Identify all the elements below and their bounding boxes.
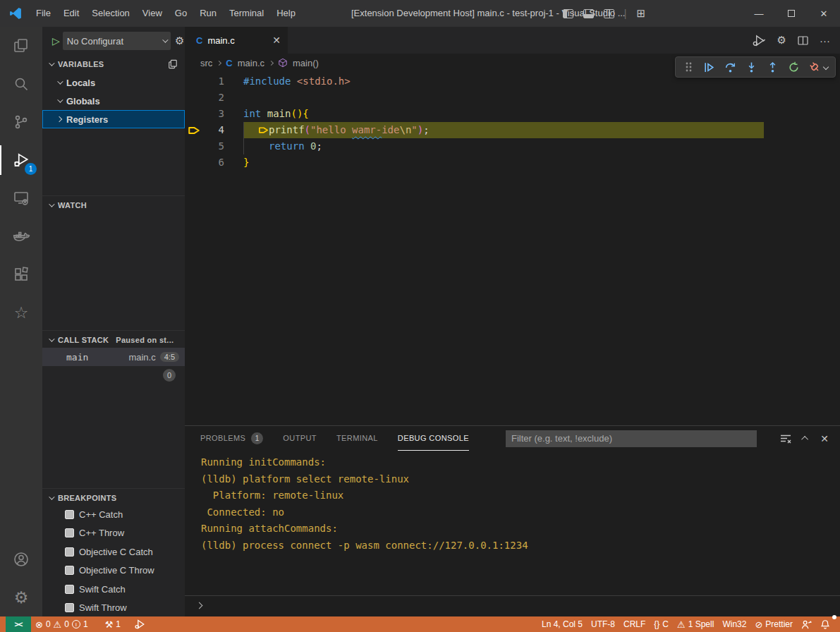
tools-status[interactable]: ⚒ 1 bbox=[101, 616, 125, 632]
close-panel-icon[interactable]: ✕ bbox=[820, 433, 829, 444]
panel-tab-output[interactable]: OUTPUT bbox=[283, 427, 317, 451]
variables-group-globals[interactable]: Globals bbox=[42, 92, 185, 110]
toolbar-drag-handle[interactable] bbox=[678, 58, 698, 76]
debug-status[interactable] bbox=[130, 616, 150, 632]
sidebar-item-run-and-debug[interactable]: 1 bbox=[0, 141, 42, 179]
continue-button[interactable] bbox=[700, 58, 719, 76]
breakpoint-margin[interactable] bbox=[185, 138, 207, 154]
breakpoint-objective-c-throw[interactable]: Objective C Throw bbox=[42, 561, 185, 581]
breadcrumb-symbol[interactable]: main() bbox=[293, 58, 319, 68]
formatter-status[interactable]: ⊘ Prettier bbox=[750, 616, 797, 632]
menu-run[interactable]: Run bbox=[193, 0, 223, 27]
sidebar-item-docker[interactable] bbox=[0, 217, 42, 255]
toggle-secondary-sidebar-icon[interactable] bbox=[604, 9, 614, 18]
breadcrumb-folder[interactable]: src bbox=[200, 58, 212, 68]
code-line-6[interactable]: 6} bbox=[185, 154, 840, 171]
sidebar-item-extensions[interactable] bbox=[0, 255, 42, 293]
clear-console-icon[interactable] bbox=[780, 434, 791, 444]
checkbox[interactable] bbox=[65, 547, 74, 557]
feedback-button[interactable] bbox=[797, 616, 816, 632]
sidebar-item-search[interactable] bbox=[0, 65, 42, 103]
eol-indicator[interactable]: CRLF bbox=[619, 616, 650, 632]
code-line-2[interactable]: 2 bbox=[185, 90, 840, 106]
menu-go[interactable]: Go bbox=[169, 0, 193, 27]
breakpoint-margin[interactable] bbox=[185, 122, 207, 138]
checkbox[interactable] bbox=[65, 566, 74, 575]
panel-tab-problems[interactable]: PROBLEMS1 bbox=[200, 427, 263, 451]
panel-tab-debug-console[interactable]: DEBUG CONSOLE bbox=[398, 427, 469, 451]
breadcrumb-file[interactable]: main.c bbox=[238, 58, 264, 68]
minimize-button[interactable]: — bbox=[743, 0, 775, 27]
variables-group-registers[interactable]: Registers bbox=[42, 110, 185, 128]
step-into-button[interactable] bbox=[742, 58, 761, 76]
more-actions-icon[interactable]: ··· bbox=[820, 35, 830, 47]
variables-group-locals[interactable]: Locals bbox=[42, 73, 185, 92]
remote-indicator[interactable]: >< bbox=[6, 616, 31, 632]
checkbox[interactable] bbox=[65, 603, 74, 612]
debug-console-input[interactable] bbox=[185, 595, 840, 614]
sidebar-item-source-control[interactable] bbox=[0, 103, 42, 141]
menu-selection[interactable]: Selection bbox=[85, 0, 135, 27]
step-out-button[interactable] bbox=[763, 58, 782, 76]
stack-frame-row[interactable]: main main.c 4:5 bbox=[42, 348, 185, 366]
problems-status[interactable]: ⊗ 0 ⚠ 0 i 1 bbox=[31, 616, 92, 632]
code-line-5[interactable]: 5return 0; bbox=[185, 138, 840, 154]
sidebar-item-remote-explorer[interactable] bbox=[0, 179, 42, 217]
copy-icon[interactable] bbox=[168, 59, 178, 69]
call-stack-section-header[interactable]: CALL STACK Paused on st... bbox=[42, 330, 185, 346]
close-tab-icon[interactable]: ✕ bbox=[272, 35, 281, 46]
maximize-button[interactable] bbox=[775, 0, 808, 27]
tab-main-c[interactable]: C main.c ✕ bbox=[185, 27, 288, 54]
start-debugging-icon[interactable]: ▷ bbox=[52, 35, 60, 47]
spell-checker-status[interactable]: ⚠ 1 Spell bbox=[673, 616, 718, 632]
step-over-button[interactable] bbox=[721, 58, 740, 76]
breakpoint-objective-c-catch[interactable]: Objective C Catch bbox=[42, 542, 185, 561]
menu-edit[interactable]: Edit bbox=[57, 0, 85, 27]
menu-help[interactable]: Help bbox=[270, 0, 302, 27]
console-filter-input[interactable] bbox=[506, 430, 757, 447]
checkbox[interactable] bbox=[65, 510, 74, 519]
breakpoint-c-throw[interactable]: C++ Throw bbox=[42, 524, 185, 543]
toggle-panel-icon[interactable] bbox=[583, 9, 594, 18]
restart-button[interactable] bbox=[784, 58, 803, 76]
encoding-indicator[interactable]: UTF-8 bbox=[587, 616, 619, 632]
notifications-button[interactable] bbox=[816, 616, 834, 632]
checkbox[interactable] bbox=[65, 585, 74, 594]
gear-icon[interactable]: ⚙ bbox=[777, 34, 786, 47]
platform-indicator[interactable]: Win32 bbox=[718, 616, 750, 632]
breakpoint-margin[interactable] bbox=[185, 90, 207, 106]
panel-tab-terminal[interactable]: TERMINAL bbox=[336, 427, 378, 451]
disconnect-button[interactable] bbox=[805, 58, 824, 76]
checkbox[interactable] bbox=[65, 528, 74, 537]
sidebar-item-explorer[interactable] bbox=[0, 27, 42, 65]
split-editor-icon[interactable] bbox=[798, 36, 808, 45]
breakpoints-section-header[interactable]: BREAKPOINTS bbox=[42, 488, 185, 504]
breakpoint-swift-catch[interactable]: Swift Catch bbox=[42, 580, 185, 599]
breakpoint-margin[interactable] bbox=[185, 106, 207, 122]
breakpoint-swift-throw[interactable]: Swift Throw bbox=[42, 599, 185, 618]
menu-view[interactable]: View bbox=[136, 0, 169, 27]
debug-configuration-dropdown[interactable]: No Configurat bbox=[63, 32, 171, 50]
run-or-debug-icon[interactable] bbox=[753, 35, 766, 47]
code-token: #include bbox=[243, 73, 297, 90]
menu-file[interactable]: File bbox=[30, 0, 57, 27]
close-button[interactable]: ✕ bbox=[808, 0, 840, 27]
code-line-3[interactable]: 3int main(){ bbox=[185, 106, 840, 122]
cursor-position[interactable]: Ln 4, Col 5 bbox=[537, 616, 587, 632]
breakpoint-margin[interactable] bbox=[185, 154, 207, 171]
code-line-4[interactable]: 4printf("hello wamr-ide\n"); bbox=[185, 122, 840, 138]
breakpoint-margin[interactable] bbox=[185, 73, 207, 90]
code-editor[interactable]: 1#include <stdio.h>23int main(){4printf(… bbox=[185, 72, 840, 425]
sidebar-item-favorites[interactable]: ☆ bbox=[0, 293, 42, 332]
manage-button[interactable]: ⚙ bbox=[0, 578, 42, 616]
breakpoint-c-catch[interactable]: C++ Catch bbox=[42, 505, 185, 524]
customize-layout-icon[interactable]: ⊞ bbox=[636, 7, 645, 20]
menu-terminal[interactable]: Terminal bbox=[223, 0, 270, 27]
accounts-button[interactable] bbox=[0, 540, 42, 578]
maximize-panel-icon[interactable] bbox=[801, 436, 808, 443]
watch-section-header[interactable]: WATCH bbox=[42, 195, 185, 211]
debug-console-output[interactable]: Running initCommands:(lldb) platform sel… bbox=[185, 454, 840, 595]
toggle-sidebar-icon[interactable] bbox=[563, 9, 573, 18]
variables-section-header[interactable]: VARIABLES bbox=[42, 56, 185, 72]
language-indicator[interactable]: {} C bbox=[650, 616, 673, 632]
